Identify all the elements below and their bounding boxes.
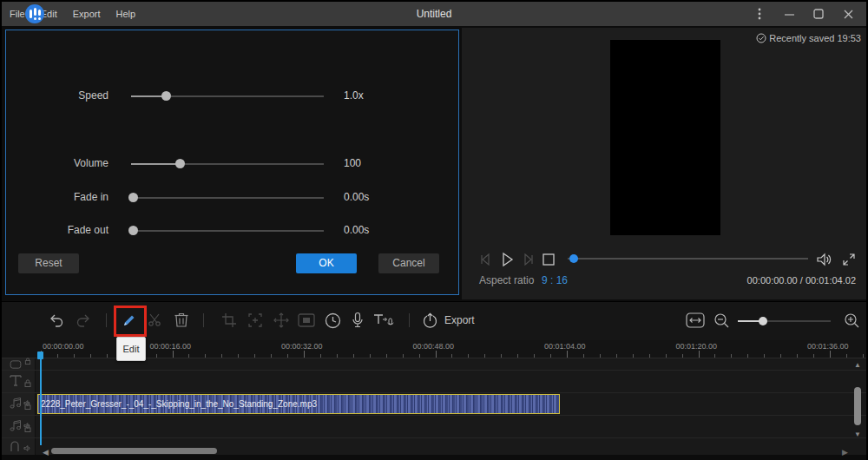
close-button[interactable] (837, 4, 859, 23)
app-logo-icon (25, 4, 44, 23)
fade-out-slider-knob[interactable] (128, 226, 138, 235)
undo-icon[interactable] (45, 309, 68, 332)
volume-slider-knob[interactable] (175, 159, 185, 168)
volume-slider-row: Volume 100 (6, 155, 458, 173)
fit-timeline-icon[interactable] (684, 309, 707, 332)
lock-icon[interactable] (24, 352, 31, 368)
lock-icon[interactable] (24, 420, 31, 436)
preview-panel: Recently saved 19:53 (462, 28, 866, 299)
audio-clip-filename: 2228_Peter_Gresser_-_04_-_Skipping_in_th… (38, 395, 559, 413)
fade-in-slider-row: Fade in 0.00s (6, 189, 458, 207)
hscroll-left-arrow[interactable]: ◀ (43, 448, 49, 457)
cancel-button[interactable]: Cancel (378, 253, 439, 273)
redo-icon[interactable] (72, 309, 95, 332)
ok-button[interactable]: OK (296, 253, 357, 273)
export-button[interactable]: Export (422, 309, 475, 332)
timeline: 00:00:00.0000:00:16.0000:00:32.0000:00:4… (2, 340, 866, 460)
audio-clip[interactable]: 2228_Peter_Gresser_-_04_-_Skipping_in_th… (37, 394, 560, 414)
aspect-ratio-value[interactable]: 9 : 16 (542, 274, 568, 286)
hscroll-right-arrow[interactable]: ▶ (842, 448, 848, 457)
music-track-icon (9, 396, 23, 413)
next-frame-button[interactable] (517, 249, 538, 270)
speed-value: 1.0x (344, 89, 364, 102)
export-icon (422, 312, 438, 329)
fade-out-slider-row: Fade out 0.00s (6, 222, 458, 240)
maximize-button[interactable] (807, 4, 830, 23)
play-button[interactable] (496, 249, 517, 270)
music-track-header-1 (2, 393, 36, 415)
bottom-strip (2, 455, 866, 460)
main-area: Speed 1.0x Volume 100 Fade in (2, 26, 866, 301)
vscroll-thumb[interactable] (854, 387, 861, 425)
music-track-row-1: 2228_Peter_Gresser_-_04_-_Skipping_in_th… (2, 393, 866, 416)
stop-button[interactable] (538, 249, 559, 270)
aspect-ratio-label: Aspect ratio (479, 274, 534, 286)
ruler-time-label: 00:00:16.00 (150, 342, 192, 351)
ruler-time-label: 00:00:00.00 (43, 342, 84, 351)
speed-label: Speed (6, 89, 108, 102)
text-track-header (2, 371, 36, 392)
music-track-icon (9, 418, 23, 436)
ruler-time-label: 00:01:04.00 (544, 342, 586, 351)
saved-status: Recently saved 19:53 (756, 33, 861, 43)
mosaic-pip-icon[interactable] (295, 309, 318, 332)
text-to-speech-icon[interactable] (372, 309, 395, 332)
vscroll-down-arrow[interactable]: ▼ (854, 430, 861, 438)
music-track-row-2 (2, 416, 866, 438)
app-window: File Edit Export Help Untitled Speed (0, 0, 868, 460)
video-track-icon (9, 357, 23, 372)
motion-icon[interactable] (270, 309, 293, 332)
video-track-header (2, 358, 36, 370)
minimize-button[interactable] (778, 4, 800, 23)
vscroll-up-arrow[interactable]: ▲ (854, 361, 861, 369)
volume-slider[interactable] (131, 163, 324, 165)
check-circle-icon (756, 33, 766, 43)
fade-in-value: 0.00s (344, 191, 369, 203)
timecode: 00:00:00.00 / 00:01:04.02 (747, 275, 856, 286)
audio-edit-dialog: Speed 1.0x Volume 100 Fade in (5, 30, 459, 295)
music-track-header-2 (2, 416, 36, 437)
more-menu-icon[interactable] (748, 4, 771, 23)
ruler-time-label: 00:01:20.00 (676, 342, 718, 351)
duration-clock-icon[interactable] (321, 309, 344, 332)
fade-out-slider[interactable] (131, 230, 324, 232)
menu-help[interactable]: Help (108, 2, 144, 26)
timeline-zoom-slider[interactable] (738, 320, 831, 322)
lock-icon[interactable] (24, 375, 31, 391)
filter-track-icon (9, 440, 21, 456)
fullscreen-icon[interactable] (838, 249, 859, 270)
split-scissors-icon[interactable] (144, 309, 167, 332)
edit-highlight-box (114, 306, 147, 337)
toolbar: Export (2, 301, 866, 340)
zoom-frame-icon[interactable] (244, 309, 266, 332)
menu-export[interactable]: Export (65, 2, 108, 26)
ruler-time-label: 00:01:36.00 (807, 342, 849, 351)
speed-slider[interactable] (131, 95, 324, 97)
volume-icon[interactable] (813, 249, 834, 270)
title-bar: File Edit Export Help Untitled (2, 2, 866, 26)
fade-out-label: Fade out (6, 224, 108, 236)
previous-frame-button[interactable] (476, 249, 496, 270)
hscroll-thumb[interactable] (51, 448, 217, 454)
ruler-time-label: 00:00:32.00 (281, 342, 323, 351)
playhead-handle[interactable] (37, 352, 43, 359)
seek-slider[interactable] (568, 258, 808, 260)
fade-in-slider-knob[interactable] (128, 193, 138, 202)
delete-trash-icon[interactable] (170, 309, 193, 332)
fade-out-value: 0.00s (344, 224, 369, 236)
lock-icon[interactable] (24, 398, 31, 413)
seek-slider-knob[interactable] (569, 254, 578, 263)
text-track-icon (9, 373, 23, 391)
fade-in-slider[interactable] (131, 197, 324, 199)
reset-button[interactable]: Reset (18, 253, 79, 273)
crop-icon[interactable] (218, 309, 240, 332)
zoom-out-icon[interactable] (710, 309, 733, 332)
playhead-line[interactable] (40, 352, 42, 445)
volume-label: Volume (6, 157, 108, 169)
vertical-scrollbar[interactable]: ▲ ▼ (853, 361, 862, 457)
zoom-in-icon[interactable] (840, 309, 863, 332)
speed-slider-knob[interactable] (161, 91, 171, 101)
mute-speaker-icon[interactable] (23, 440, 31, 456)
timeline-zoom-knob[interactable] (759, 317, 767, 325)
voiceover-mic-icon[interactable] (346, 309, 369, 332)
